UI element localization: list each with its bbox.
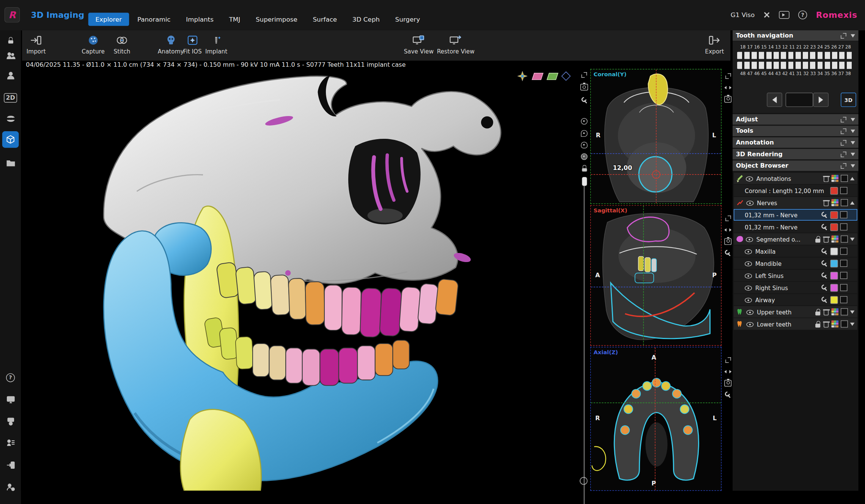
expand-icon[interactable]: [841, 117, 846, 122]
compass-icon[interactable]: [517, 71, 527, 81]
help-icon[interactable]: [798, 11, 807, 19]
tab-panoramic[interactable]: Panoramic: [130, 13, 178, 26]
sagittal-plane-line[interactable]: [656, 69, 656, 203]
lower-teeth-group-row[interactable]: Lower teeth: [734, 318, 857, 330]
visibility-icon[interactable]: [745, 248, 752, 254]
dentition-icon[interactable]: [0, 110, 21, 127]
visibility-icon[interactable]: [746, 175, 753, 182]
upper-arch-teeth[interactable]: [737, 52, 854, 59]
color-swatch[interactable]: [830, 187, 838, 194]
visibility-icon[interactable]: [745, 272, 752, 279]
implant-button[interactable]: Implant: [205, 34, 227, 55]
3d-module-icon-active[interactable]: [2, 131, 19, 148]
nerve-item-row[interactable]: 01,32 mm - Nerve: [734, 221, 857, 233]
tooth-number-input[interactable]: [786, 93, 813, 107]
visibility-icon[interactable]: [746, 309, 754, 315]
collapse-icon[interactable]: [851, 34, 855, 37]
collapse-icon[interactable]: [851, 129, 855, 133]
delete-icon[interactable]: [823, 175, 829, 182]
axial-expand-icon[interactable]: [724, 356, 731, 363]
adjust-section-header[interactable]: Adjust: [733, 114, 859, 125]
color-palette-icon[interactable]: [831, 199, 838, 206]
edit-icon[interactable]: [821, 272, 828, 279]
video-tutorials-icon[interactable]: [779, 11, 790, 19]
upper-teeth-group-row[interactable]: Upper teeth: [734, 306, 857, 318]
orientation-widget[interactable]: [517, 71, 569, 81]
capture-button[interactable]: Capture: [82, 34, 105, 55]
edit-icon[interactable]: [821, 223, 828, 231]
axial-snapshot-icon[interactable]: [724, 379, 731, 386]
sagittal-flip-icon[interactable]: [724, 226, 731, 233]
checkbox[interactable]: [840, 223, 848, 231]
target-icon[interactable]: [580, 118, 588, 125]
coronal-expand-icon[interactable]: [724, 72, 731, 79]
coronal-slice-view[interactable]: Coronal(Y) R L 12,00: [590, 69, 722, 204]
color-swatch[interactable]: [830, 284, 838, 291]
2d-module-icon[interactable]: 2D: [0, 89, 21, 107]
collapse-icon[interactable]: [850, 322, 855, 326]
color-palette-icon[interactable]: [831, 236, 838, 243]
render-slider-track[interactable]: [583, 177, 585, 504]
coronal-flip-icon[interactable]: [724, 84, 731, 91]
left-sinus-row[interactable]: Left Sinus: [734, 270, 857, 281]
segmented-objects-group-row[interactable]: Segmented o...: [734, 233, 857, 245]
checkbox[interactable]: [841, 236, 848, 243]
expand-icon[interactable]: [841, 128, 846, 134]
checkbox[interactable]: [840, 296, 848, 303]
delete-icon[interactable]: [823, 199, 829, 206]
3d-view-toggle[interactable]: 3D: [841, 93, 856, 107]
axial-flip-icon[interactable]: [724, 368, 731, 375]
color-palette-icon[interactable]: [831, 308, 838, 316]
tab-surface[interactable]: Surface: [306, 13, 344, 26]
color-swatch[interactable]: [830, 247, 838, 255]
visibility-icon[interactable]: [746, 236, 753, 242]
edit-icon[interactable]: [821, 248, 828, 255]
checkbox[interactable]: [840, 284, 848, 291]
expand-icon[interactable]: [841, 140, 846, 146]
stitch-button[interactable]: Stitch: [114, 34, 131, 55]
skull-view-icon[interactable]: [580, 141, 588, 149]
3d-viewport[interactable]: [21, 69, 579, 491]
delete-icon[interactable]: [823, 236, 829, 242]
tools-section-header[interactable]: Tools: [733, 126, 859, 137]
expand-view-icon[interactable]: [580, 71, 588, 79]
nerves-group-row[interactable]: Nerves: [734, 197, 857, 209]
visibility-icon[interactable]: [745, 297, 752, 303]
right-sinus-row[interactable]: Right Sinus: [734, 282, 857, 294]
visibility-icon[interactable]: [746, 199, 754, 206]
checkbox[interactable]: [841, 308, 848, 316]
coronal-plane-line[interactable]: [591, 402, 721, 403]
3d-render[interactable]: [21, 69, 579, 491]
sagittal-expand-icon[interactable]: [724, 215, 731, 222]
edit-icon[interactable]: [821, 260, 828, 267]
display-settings-icon[interactable]: [0, 390, 21, 408]
user-settings-icon[interactable]: [0, 478, 21, 496]
color-swatch[interactable]: [830, 211, 838, 218]
visibility-icon[interactable]: [746, 321, 754, 327]
previous-tooth-button[interactable]: [767, 93, 782, 107]
sagittal-slice-view[interactable]: Sagittal(X) A P: [590, 205, 722, 346]
tab-3d-ceph[interactable]: 3D Ceph: [345, 13, 387, 26]
tab-implants[interactable]: Implants: [179, 13, 220, 26]
collapse-icon[interactable]: [851, 152, 855, 156]
color-swatch[interactable]: [830, 296, 838, 303]
patients-icon[interactable]: [0, 47, 21, 65]
tooth-navigation-header[interactable]: Tooth navigation: [733, 30, 859, 41]
tab-surgery[interactable]: Surgery: [388, 13, 427, 26]
delete-icon[interactable]: [823, 321, 829, 327]
visibility-icon[interactable]: [745, 284, 752, 291]
tab-explorer[interactable]: Explorer: [88, 13, 129, 26]
sagittal-plane-icon[interactable]: [532, 72, 544, 80]
sign-in-icon[interactable]: [0, 456, 21, 474]
axial-plane-icon[interactable]: [561, 71, 571, 81]
patient-icon[interactable]: [0, 67, 21, 85]
view-settings-icon[interactable]: [580, 96, 588, 104]
lock-icon[interactable]: [815, 321, 821, 327]
app-logo[interactable]: R: [5, 7, 20, 23]
export-button[interactable]: Export: [705, 34, 724, 55]
close-icon[interactable]: [764, 12, 770, 18]
lock-icon[interactable]: [815, 236, 821, 242]
checkbox[interactable]: [840, 248, 848, 255]
folder-icon[interactable]: [0, 154, 21, 172]
visibility-icon[interactable]: [745, 260, 752, 267]
